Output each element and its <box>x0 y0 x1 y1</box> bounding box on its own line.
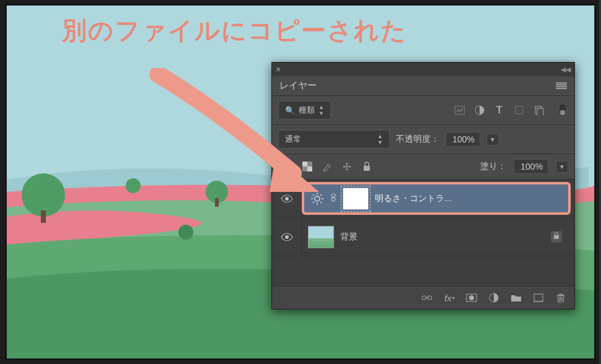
lock-all-icon[interactable] <box>361 161 372 172</box>
fill-dropdown-icon[interactable]: ▼ <box>556 161 568 173</box>
filter-type-icon[interactable]: T <box>494 105 505 116</box>
svg-rect-13 <box>537 108 543 115</box>
panel-menu-icon[interactable] <box>556 82 567 90</box>
layer-effects-icon[interactable]: fx▾ <box>443 292 455 304</box>
filter-toggle-switch[interactable] <box>557 105 568 116</box>
filter-shape-icon[interactable] <box>514 105 525 116</box>
svg-rect-11 <box>515 106 523 114</box>
annotation-text: 別のファイルにコピーされた <box>62 14 407 48</box>
opacity-label: 不透明度： <box>396 134 439 145</box>
svg-line-27 <box>320 202 322 203</box>
collapse-icon[interactable]: ◀◀ <box>561 66 571 74</box>
adjustment-layer-icon[interactable] <box>488 292 500 304</box>
panel-footer: fx▾ <box>272 286 574 309</box>
svg-point-2 <box>22 173 65 217</box>
fill-input[interactable]: 100% <box>514 159 548 174</box>
visibility-toggle[interactable] <box>272 218 302 256</box>
svg-rect-6 <box>215 198 219 207</box>
layer-name: 背景 <box>340 232 358 243</box>
new-group-icon[interactable] <box>510 292 522 304</box>
svg-rect-9 <box>455 106 465 115</box>
eye-icon <box>281 233 293 241</box>
layer-mask-thumbnail[interactable] <box>343 188 369 210</box>
svg-rect-33 <box>554 235 559 239</box>
layer-name: 明るさ・コントラ... <box>375 193 452 204</box>
svg-point-32 <box>285 235 289 239</box>
annotation-arrow <box>146 68 331 198</box>
filter-smartobject-icon[interactable] <box>533 105 545 116</box>
svg-line-28 <box>313 202 314 203</box>
layer-mask-icon[interactable] <box>465 292 478 304</box>
layer-thumbnail[interactable] <box>308 226 334 248</box>
svg-point-30 <box>331 194 335 197</box>
opacity-dropdown-icon[interactable]: ▼ <box>486 134 499 145</box>
dropdown-arrow-icon: ▲▼ <box>377 133 383 145</box>
layer-content[interactable]: 背景 <box>302 218 574 256</box>
svg-rect-3 <box>41 210 46 223</box>
svg-point-4 <box>126 178 141 193</box>
link-layers-icon[interactable] <box>421 292 433 304</box>
filter-pixel-icon[interactable] <box>454 105 465 116</box>
layer-row[interactable]: 背景 <box>272 218 574 256</box>
delete-layer-icon[interactable] <box>555 292 567 304</box>
new-layer-icon[interactable] <box>532 292 545 304</box>
svg-rect-15 <box>560 110 565 115</box>
svg-point-38 <box>469 295 474 300</box>
lock-icon <box>551 231 562 243</box>
svg-point-31 <box>331 197 335 201</box>
fill-label: 塗り： <box>480 161 506 172</box>
lock-position-icon[interactable] <box>341 161 353 172</box>
opacity-input[interactable]: 100% <box>445 132 480 147</box>
svg-rect-19 <box>364 166 370 171</box>
layer-selected-highlight[interactable]: 明るさ・コントラ... <box>302 182 571 215</box>
svg-rect-40 <box>534 294 543 301</box>
filter-adjustment-icon[interactable] <box>474 105 485 116</box>
layers-empty-area[interactable] <box>272 256 574 286</box>
svg-point-7 <box>178 225 193 240</box>
